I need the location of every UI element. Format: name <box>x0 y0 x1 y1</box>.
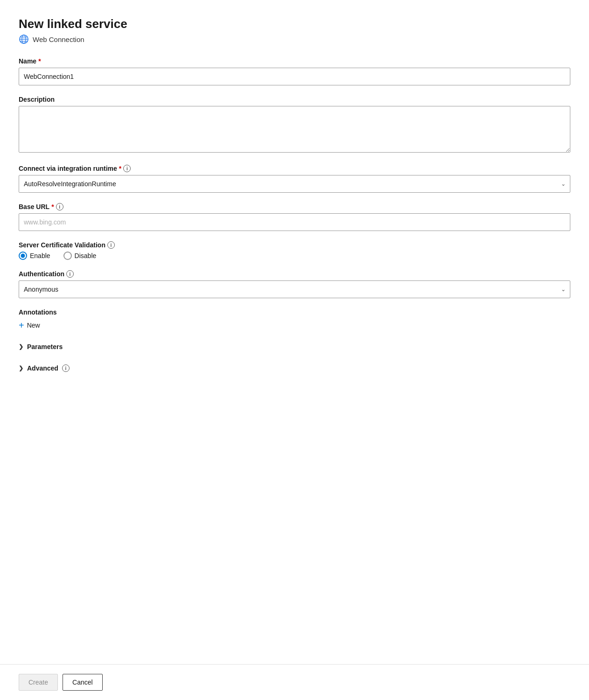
auth-info-icon[interactable]: i <box>66 270 74 278</box>
auth-select[interactable]: Anonymous Basic Client Certificate MSI <box>19 280 570 298</box>
base-url-input[interactable] <box>19 213 570 231</box>
parameters-toggle[interactable]: ❯ Parameters <box>19 340 63 353</box>
parameters-chevron-icon: ❯ <box>19 343 23 350</box>
footer: Create Cancel <box>0 664 589 700</box>
auth-section: Authentication i Anonymous Basic Client … <box>19 270 570 298</box>
enable-radio-option[interactable]: Enable <box>19 252 50 260</box>
description-textarea[interactable] <box>19 106 570 153</box>
advanced-label: Advanced <box>27 364 58 372</box>
description-section: Description <box>19 96 570 154</box>
runtime-select-wrapper: AutoResolveIntegrationRuntime ⌄ <box>19 175 570 193</box>
cert-validation-section: Server Certificate Validation i Enable D… <box>19 241 570 260</box>
auth-select-wrapper: Anonymous Basic Client Certificate MSI ⌄ <box>19 280 570 298</box>
base-url-label: Base URL * i <box>19 203 570 210</box>
name-input[interactable] <box>19 68 570 85</box>
cert-validation-radio-group: Enable Disable <box>19 252 570 260</box>
new-annotation-button[interactable]: + New <box>19 321 40 330</box>
annotations-section: Annotations + New <box>19 308 570 330</box>
cert-validation-label: Server Certificate Validation i <box>19 241 570 249</box>
new-annotation-label: New <box>27 322 40 329</box>
panel-subtitle: Web Connection <box>19 34 570 44</box>
runtime-required: * <box>119 165 121 172</box>
advanced-section: ❯ Advanced i <box>19 362 570 375</box>
runtime-section: Connect via integration runtime * i Auto… <box>19 165 570 193</box>
runtime-select[interactable]: AutoResolveIntegrationRuntime <box>19 175 570 193</box>
create-button[interactable]: Create <box>19 674 58 691</box>
disable-radio-input[interactable] <box>63 252 72 260</box>
cert-validation-info-icon[interactable]: i <box>107 241 115 249</box>
globe-icon <box>19 34 29 44</box>
parameters-section: ❯ Parameters <box>19 340 570 353</box>
description-label: Description <box>19 96 570 103</box>
auth-label: Authentication i <box>19 270 570 278</box>
base-url-info-icon[interactable]: i <box>56 203 63 210</box>
enable-radio-input[interactable] <box>19 252 27 260</box>
annotations-label: Annotations <box>19 308 570 316</box>
main-panel: New linked service Web Connection Name *… <box>0 0 589 664</box>
name-required: * <box>38 57 41 65</box>
disable-radio-label: Disable <box>75 252 97 259</box>
subtitle-text: Web Connection <box>33 35 84 43</box>
base-url-section: Base URL * i <box>19 203 570 231</box>
disable-radio-option[interactable]: Disable <box>63 252 97 260</box>
panel-header: New linked service Web Connection <box>19 17 570 44</box>
parameters-label: Parameters <box>27 343 63 350</box>
runtime-info-icon[interactable]: i <box>123 165 131 172</box>
runtime-label: Connect via integration runtime * i <box>19 165 570 172</box>
plus-icon: + <box>19 321 24 330</box>
name-section: Name * <box>19 57 570 85</box>
advanced-info-icon[interactable]: i <box>62 364 70 372</box>
name-label: Name * <box>19 57 570 65</box>
panel-title: New linked service <box>19 17 570 31</box>
advanced-toggle[interactable]: ❯ Advanced i <box>19 362 70 375</box>
enable-radio-label: Enable <box>30 252 50 259</box>
base-url-required: * <box>51 203 54 210</box>
cancel-button[interactable]: Cancel <box>63 674 103 691</box>
advanced-chevron-icon: ❯ <box>19 365 23 371</box>
